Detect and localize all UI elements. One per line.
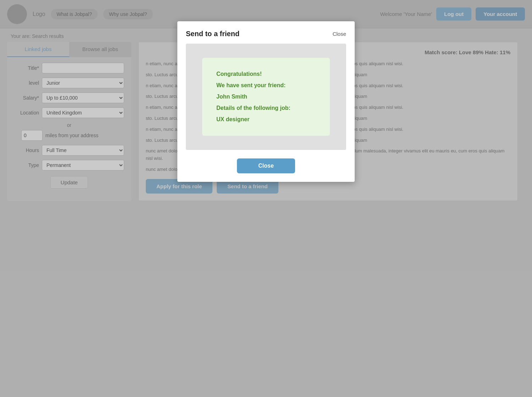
modal-close-text-button[interactable]: Close [333, 31, 346, 37]
following-job-text: Details of the following job: [216, 102, 316, 114]
congratulations-text: Congratulations! [216, 68, 316, 80]
modal-header: Send to a friend Close [186, 30, 346, 38]
modal-body: Congratulations! We have sent your frien… [186, 44, 346, 150]
friend-name-text: John Smith [216, 91, 316, 102]
modal-footer: Close [186, 158, 346, 173]
modal-overlay: Send to a friend Close Congratulations! … [0, 0, 532, 397]
job-title-text: UX designer [216, 114, 316, 125]
modal-close-button[interactable]: Close [237, 158, 295, 173]
modal-title: Send to a friend [186, 30, 239, 38]
success-box: Congratulations! We have sent your frien… [202, 58, 330, 136]
send-to-friend-modal: Send to a friend Close Congratulations! … [177, 21, 355, 182]
sent-friend-text: We have sent your friend: [216, 80, 316, 91]
